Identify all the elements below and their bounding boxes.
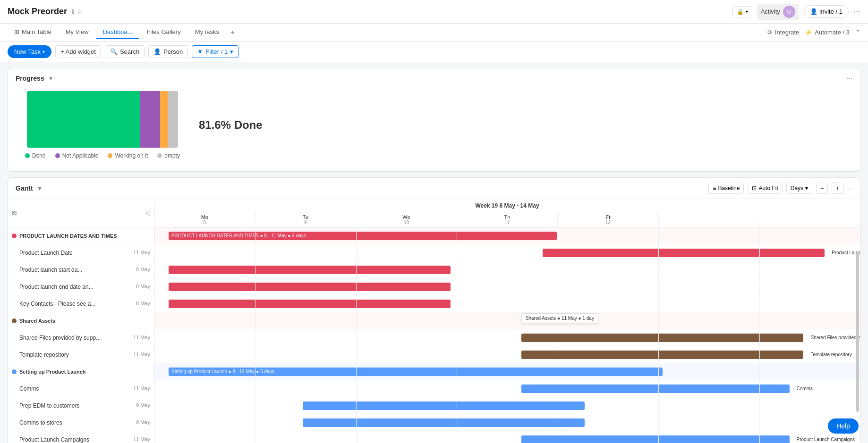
filter-arrow-icon: ▾ — [230, 48, 233, 55]
bar-2-1[interactable] — [521, 334, 804, 342]
bar-1-2[interactable] — [169, 266, 451, 274]
gantt-group-1: PRODUCT LAUNCH DATES AND TIMES — [8, 227, 154, 244]
filter-button[interactable]: ▼ Filter / 1 ▾ — [192, 45, 238, 58]
gantt-item-1-4: Key Contacts - Please see a... 8 May — [12, 301, 150, 307]
collapse-icon[interactable]: ⌃ — [855, 29, 860, 36]
autofit-button[interactable]: ⊡ Auto Fit — [748, 183, 782, 194]
star-icon[interactable]: ☆ — [77, 8, 83, 15]
new-task-label: New Task — [14, 48, 41, 55]
bar-3-4[interactable] — [521, 435, 790, 443]
legend-empty-label: empty — [164, 152, 180, 159]
person-button[interactable]: 👤 Person — [148, 45, 188, 58]
new-task-arrow-icon: ▾ — [43, 49, 45, 54]
integrate-icon: ⟳ — [767, 29, 773, 36]
progress-segment-done — [27, 91, 140, 148]
legend-done-dot — [25, 153, 30, 158]
bar-1-1[interactable] — [543, 249, 825, 257]
item-3-4-date: 11 May — [133, 436, 150, 443]
more-options-icon[interactable]: ··· — [853, 7, 860, 17]
bar-2-2[interactable] — [521, 351, 804, 359]
bar-1-4[interactable] — [169, 300, 451, 308]
search-button[interactable]: 🔍 Search — [105, 45, 145, 58]
progress-segment-working — [160, 91, 168, 148]
day-tu-name: Tu — [303, 214, 308, 220]
gantt-title: Gantt — [16, 184, 33, 192]
collapse-rows-icon[interactable]: ⊠ — [12, 209, 17, 217]
top-bar-icons: ℹ ☆ — [72, 8, 83, 15]
day-th-num: 11 — [504, 220, 510, 225]
chart-row-3-3 — [154, 414, 860, 431]
item-3-3-date: 9 May — [136, 419, 150, 426]
tab-files-gallery-label: Files Gallery — [146, 28, 180, 35]
legend-na-dot — [55, 153, 60, 158]
group-2-label: Shared Assets — [19, 318, 55, 324]
group-3-bar-label: Setting up Product Launch ● 8 - 12 May ●… — [171, 369, 274, 374]
help-button[interactable]: Help — [828, 418, 859, 434]
bar-3-1[interactable] — [521, 384, 790, 393]
progress-widget-body: Done Not Applicable Working on it e — [8, 86, 860, 171]
days-button[interactable]: Days ▾ — [786, 183, 812, 194]
item-1-4-date: 8 May — [136, 301, 150, 307]
zoom-out-button[interactable]: − — [816, 183, 828, 194]
tabs-right: ⟳ Integrate ⚡ Automate / 3 ⌃ — [767, 29, 860, 36]
tab-dashboard-label: Dashboa... — [103, 28, 133, 35]
gantt-scrollbar[interactable] — [856, 252, 859, 412]
bar-1-3[interactable] — [169, 283, 451, 291]
info-icon[interactable]: ℹ — [72, 8, 74, 15]
chart-row-group3: Setting up Product Launch ● 8 - 12 May ●… — [154, 363, 860, 380]
add-widget-button[interactable]: + Add widget — [55, 45, 101, 58]
legend-working-dot — [108, 153, 112, 158]
group-3-gantt-bar[interactable]: Setting up Product Launch ● 8 - 12 May ●… — [169, 368, 663, 376]
gantt-more-icon[interactable]: ··· — [847, 185, 852, 192]
day-fr: Fr 12 — [558, 212, 659, 227]
gantt-row-item: Comms 11 May — [8, 380, 154, 397]
lock-button[interactable]: 🔒 ▾ — [732, 6, 752, 17]
day-th: Th 11 — [457, 212, 558, 227]
progress-widget-menu[interactable]: ··· — [846, 74, 852, 83]
search-label: Search — [120, 48, 139, 55]
day-tu: Tu 9 — [255, 212, 357, 227]
tab-my-tasks[interactable]: My tasks — [188, 25, 226, 39]
activity-button[interactable]: Activity U — [757, 4, 799, 20]
tab-my-view-label: My View — [66, 28, 89, 35]
day-we-num: 10 — [404, 220, 409, 225]
progress-bar — [27, 91, 178, 148]
add-tab-button[interactable]: + — [227, 25, 238, 40]
tab-dashboard[interactable]: Dashboa... — [96, 25, 139, 39]
tab-files-gallery[interactable]: Files Gallery — [140, 25, 187, 39]
chart-row-group1: PRODUCT LAUNCH DATES AND TIMES ● 8 - 11 … — [154, 227, 860, 244]
group-1-dot — [12, 234, 17, 238]
toolbar: New Task ▾ + Add widget 🔍 Search 👤 Perso… — [0, 42, 868, 62]
tab-main-table[interactable]: ⊞ Main Table — [8, 25, 58, 39]
group-1-label: PRODUCT LAUNCH DATES AND TIMES — [19, 233, 117, 239]
progress-filter-icon[interactable]: ▼ — [48, 75, 54, 82]
tab-my-view[interactable]: My View — [59, 25, 95, 39]
new-task-button[interactable]: New Task ▾ — [8, 45, 51, 58]
invite-button[interactable]: 👤 Invite / 1 — [804, 5, 849, 18]
bar-3-3[interactable] — [303, 418, 585, 427]
legend-done-label: Done — [32, 152, 46, 159]
person-label: Person — [163, 48, 183, 55]
days-label: Days — [791, 185, 803, 192]
item-3-2-date: 9 May — [136, 402, 150, 409]
group-1-bar-label: PRODUCT LAUNCH DATES AND TIMES ● 8 - 11 … — [171, 233, 306, 238]
day-fr-num: 12 — [605, 220, 611, 225]
top-bar: Mock Preorder ℹ ☆ 🔒 ▾ Activity U 👤 Invit… — [0, 0, 868, 24]
gantt-row-item: Comms to stores 9 May — [8, 414, 154, 431]
day-we-name: We — [402, 214, 410, 220]
integrate-button[interactable]: ⟳ Integrate — [767, 29, 799, 36]
baseline-button[interactable]: ≡ Baseline — [708, 183, 744, 194]
bar-3-2[interactable] — [303, 401, 585, 410]
chart-row-1-4 — [154, 295, 860, 312]
item-2-1-label: Shared Files provided by supp... — [19, 334, 101, 341]
item-3-3-label: Comms to stores — [19, 419, 62, 426]
zoom-in-button[interactable]: + — [832, 183, 843, 194]
gantt-filter-icon[interactable]: ▼ — [37, 185, 43, 192]
day-headers: Mo 8 Tu 9 We 10 Th 11 — [154, 212, 860, 227]
gantt-controls: ≡ Baseline ⊡ Auto Fit Days ▾ − + ··· — [708, 183, 852, 194]
collapse-panel-icon[interactable]: ◁ — [145, 209, 150, 217]
tab-my-tasks-label: My tasks — [195, 28, 219, 35]
week-header: Week 19 8 May - 14 May — [154, 199, 860, 212]
automate-button[interactable]: ⚡ Automate / 3 — [805, 29, 850, 36]
group-1-gantt-bar[interactable]: PRODUCT LAUNCH DATES AND TIMES ● 8 - 11 … — [169, 232, 557, 240]
